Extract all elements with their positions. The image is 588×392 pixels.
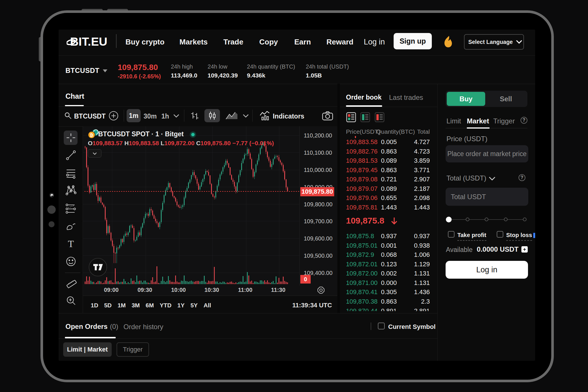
svg-text:BIT.EU: BIT.EU: [70, 35, 107, 48]
svg-text:₿: ₿: [90, 133, 93, 137]
